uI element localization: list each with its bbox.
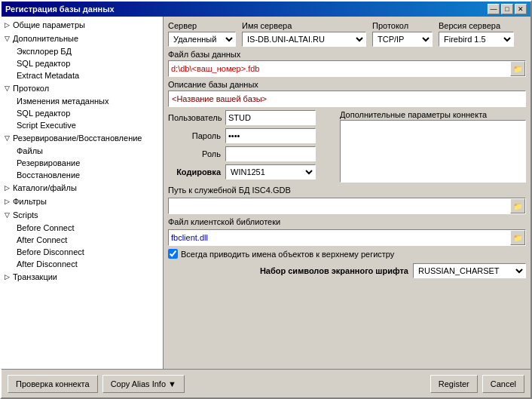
role-label: Роль [168,149,221,158]
encoding-label: Кодировка [168,167,221,176]
sidebar-label-after-disconnect: After Disconnect [17,259,78,269]
sidebar-item-metadata[interactable]: Изменения метаданных [2,95,163,107]
password-label: Пароль [168,131,221,140]
copy-alias-arrow-icon: ▼ [168,379,176,388]
form-area: Пользователь Пароль Роль Кодировка [168,110,526,183]
client-lib-label: Файл клиентской библиотеки [168,217,526,226]
copy-alias-button[interactable]: Copy Alias Info ▼ [102,375,185,393]
version-label: Версия сервера [439,21,514,30]
sidebar-label-reserve: Резервирование [17,158,80,167]
extra-params-input[interactable] [340,120,526,183]
sidebar-item-backup[interactable]: ▽Резервирование/Восстановление [2,131,163,145]
uppercase-label: Всегда приводить имена объектов к верхне… [181,250,394,259]
sidebar-item-explorer[interactable]: Эксплорер БД [2,45,163,57]
user-input[interactable] [225,110,316,125]
sidebar-item-protocol[interactable]: ▽Протокол [2,81,163,95]
uppercase-row: Всегда приводить имена объектов к верхне… [168,249,526,259]
service-db-input[interactable] [169,198,510,213]
password-row: Пароль [168,128,334,143]
sidebar-label-backup: Резервирование/Восстановление [13,134,142,143]
client-lib-browse-button[interactable]: 📁 [510,230,525,245]
protocol-group: Протокол TCP/IP [372,21,433,47]
desc-placeholder: <Название вашей базы> [172,94,267,103]
file-section: Файл базы данных 📁 [168,50,526,77]
sidebar-label-script-exec: Script Executive [17,121,76,130]
role-input[interactable] [225,146,316,161]
sidebar: ▷Общие параметры ▽Дополнительные Эксплор… [2,17,164,369]
desc-section-label: Описание базы данных [168,80,526,89]
sidebar-label-catalogs: Каталоги/файлы [13,183,77,192]
sidebar-item-files[interactable]: Файлы [2,145,163,157]
client-lib-section: Файл клиентской библиотеки 📁 [168,217,526,246]
sidebar-label-before-disconnect: Before Disconnect [17,247,84,256]
service-db-container: 📁 [168,198,526,214]
protocol-select[interactable]: TCP/IP [373,34,432,45]
sidebar-label-general: Общие параметры [13,20,85,29]
service-db-browse-button[interactable]: 📁 [510,198,525,213]
client-lib-input[interactable] [169,230,510,245]
file-path-input[interactable] [169,61,510,76]
sidebar-label-metadata: Изменения метаданных [17,97,109,106]
sidebar-item-sql-editor[interactable]: SQL редактор [2,57,163,69]
main-window: Регистрация базы данных — □ ✕ ▷Общие пар… [0,0,532,399]
file-path-container: 📁 [168,60,526,77]
server-name-group: Имя сервера IS-DB.UNI-ALTAI.RU [242,21,366,47]
sidebar-item-reserve[interactable]: Резервирование [2,157,163,169]
password-input[interactable] [225,128,316,143]
service-db-label: Путь к служебной БД ISC4.GDB [168,186,526,195]
charset-select[interactable]: RUSSIAN_CHARSET [414,265,525,276]
user-label: Пользователь [168,113,221,122]
bottom-bar: Проверка коннекта Copy Alias Info ▼ Regi… [2,369,530,397]
sidebar-label-after-connect: After Connect [17,235,67,244]
desc-container: <Название вашей базы> [168,91,526,107]
sidebar-item-additional[interactable]: ▽Дополнительные [2,32,163,45]
title-buttons: — □ ✕ [488,4,527,14]
file-browse-button[interactable]: 📁 [510,61,525,76]
sidebar-label-transactions: Транзакции [13,272,57,281]
sidebar-label-before-connect: Before Connect [17,223,74,232]
server-type-select[interactable]: Удаленный [169,34,235,45]
encoding-select[interactable]: WIN1251 [226,167,315,177]
extra-params-label: Дополнительные параметры коннекта [340,110,526,119]
client-lib-container: 📁 [168,229,526,246]
sidebar-item-general[interactable]: ▷Общие параметры [2,18,163,32]
server-name-select[interactable]: IS-DB.UNI-ALTAI.RU [243,34,365,45]
sidebar-item-before-connect[interactable]: Before Connect [2,222,163,234]
sidebar-item-filters[interactable]: ▷Фильтры [2,195,163,208]
sidebar-label-sql-editor2: SQL редактор [17,109,70,118]
form-right: Дополнительные параметры коннекта [340,110,526,183]
minimize-button[interactable]: — [488,4,500,14]
sidebar-item-catalogs[interactable]: ▷Каталоги/файлы [2,181,163,195]
title-bar: Регистрация базы данных — □ ✕ [2,2,530,17]
sidebar-label-explorer: Эксплорер БД [17,47,72,56]
copy-alias-label: Copy Alias Info [111,379,166,388]
uppercase-checkbox[interactable] [168,249,178,259]
cancel-button[interactable]: Cancel [482,375,524,393]
close-button[interactable]: ✕ [515,4,527,14]
server-name-label: Имя сервера [242,21,366,30]
sidebar-item-before-disconnect[interactable]: Before Disconnect [2,246,163,258]
sidebar-item-scripts[interactable]: ▽Scripts [2,208,163,222]
content-area: ▷Общие параметры ▽Дополнительные Эксплор… [2,17,530,369]
sidebar-item-transactions[interactable]: ▷Транзакции [2,270,163,284]
sidebar-label-filters: Фильтры [13,197,47,206]
sidebar-label-extract: Extract Metadata [17,71,79,80]
sidebar-item-extract[interactable]: Extract Metadata [2,69,163,81]
sidebar-item-after-disconnect[interactable]: After Disconnect [2,258,163,270]
charset-row: Набор символов экранного шрифта RUSSIAN_… [168,263,526,278]
sidebar-item-restore[interactable]: Восстановление [2,169,163,181]
form-left: Пользователь Пароль Роль Кодировка [168,110,334,183]
check-connection-button[interactable]: Проверка коннекта [8,375,98,393]
server-type-group: Сервер Удаленный [168,21,236,47]
maximize-button[interactable]: □ [501,4,513,14]
sidebar-label-restore: Восстановление [17,170,80,180]
sidebar-label-sql-editor: SQL редактор [17,59,70,68]
server-label: Сервер [168,21,236,30]
sidebar-item-after-connect[interactable]: After Connect [2,234,163,246]
charset-label: Набор символов экранного шрифта [260,266,408,275]
sidebar-item-sql-editor2[interactable]: SQL редактор [2,107,163,119]
register-button[interactable]: Register [430,375,478,393]
version-select[interactable]: Firebird 1.5 [439,34,513,45]
main-panel: Сервер Удаленный Имя сервера IS-DB.UNI-A… [164,17,530,369]
sidebar-item-script-exec[interactable]: Script Executive [2,119,163,131]
